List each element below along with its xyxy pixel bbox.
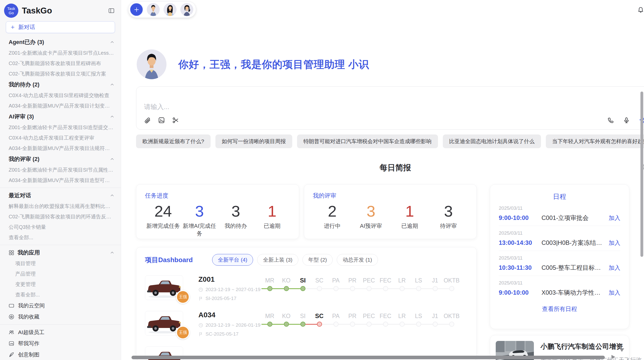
stat-label: 新增完成任务 (145, 222, 181, 230)
dashboard-tab[interactable]: 全新平台 (4) (212, 254, 253, 266)
sidebar-task-item[interactable]: C0X4-动力总成开发项目工程变更评审 (0, 133, 121, 143)
milestone-node[interactable] (383, 322, 388, 327)
suggestion-chip[interactable]: 当下年轻人对汽车外观有怎样的喜好趋势 (546, 134, 644, 148)
sidebar-recent-header[interactable]: 最近对话 (0, 190, 121, 201)
sidebar-my-apps-header[interactable]: 我的应用 (0, 247, 121, 258)
milestone-node[interactable] (433, 286, 438, 291)
milestone-node[interactable] (400, 322, 405, 327)
sidebar-tool-item[interactable]: AI超级员工 (0, 327, 121, 338)
view-all-schedule-link[interactable]: 查看所有日程 (499, 305, 620, 313)
milestone-node[interactable] (449, 286, 454, 291)
assistant-avatar-3[interactable] (180, 3, 194, 16)
sidebar-task-item[interactable]: C0X4-动力总成开发项目SI里程碑提交物检查 (0, 90, 121, 101)
sidebar-item-cloud[interactable]: 我的云空间 (0, 300, 121, 311)
milestone-segment (328, 288, 333, 289)
sidebar-task-item[interactable]: A034-全新新能源MUV产品开发项目法规符合性评审 (0, 143, 121, 154)
project-dates: 2023-12-19 ~ 2027-01-19 (198, 287, 261, 292)
horizontal-scrollbar-thumb[interactable] (131, 356, 605, 359)
collapse-sidebar-icon[interactable] (108, 7, 115, 14)
sidebar-tool-item[interactable]: 帮我写作 (0, 338, 121, 349)
event-row: 9:00-10:00C001-立项审批会加入 (499, 214, 620, 222)
milestone-node[interactable] (267, 286, 272, 291)
sidebar-task-item[interactable]: Z001-全新燃油轻卡产品开发项目SI造型提交物评审 (0, 122, 121, 133)
app-item[interactable]: 查看全部... (0, 290, 121, 300)
microphone-icon[interactable] (623, 117, 630, 124)
suggestion-chip[interactable]: 比亚迪全固态电池计划具体说了什么 (443, 134, 541, 148)
dashboard-tab[interactable]: 全新上装 (3) (257, 254, 298, 266)
milestone-node-row (427, 286, 443, 292)
milestone-node[interactable] (350, 322, 355, 327)
new-chat-button[interactable]: 新对话 (6, 21, 115, 33)
milestone-node[interactable] (333, 322, 339, 327)
suggestion-chip[interactable]: 特朗普可能对进口汽车增税会对中国车企造成哪些影响 (297, 134, 438, 148)
recent-chat-item[interactable]: 查看全部... (0, 232, 121, 243)
milestone-node[interactable] (350, 286, 355, 291)
event-date: 2025/03/11 (499, 205, 620, 211)
sidebar-section-header-3[interactable]: 我的评审 (2) (0, 154, 121, 165)
milestone-node[interactable] (284, 322, 289, 327)
recent-chat-item[interactable]: C02-飞腾新能源轻客改款项目的闭环通告反馈情况 (0, 212, 121, 222)
suggestion-chip[interactable]: 如何写一份清晰的项目周报 (215, 134, 292, 148)
notifications-bell-icon[interactable] (637, 6, 644, 13)
sidebar-task-item[interactable]: Z001-全新燃油轻卡产品开发项目SI节点属性5D文件评审 (0, 165, 121, 175)
scroll-down-arrow[interactable] (620, 348, 624, 352)
app-item[interactable]: 变更管理 (0, 279, 121, 290)
recent-chat-item[interactable]: 解释最新出台的欧盟报废车法规再生塑料比例被调至15%... (0, 201, 121, 212)
dashboard-tab[interactable]: 动总开发 (1) (337, 254, 378, 266)
milestone-node[interactable] (367, 286, 372, 291)
milestone-segment (427, 324, 433, 325)
assistant-avatar-1[interactable] (147, 3, 160, 16)
assistant-avatar-2[interactable] (163, 3, 177, 16)
milestone-label: FEC (377, 312, 394, 321)
milestone-node[interactable] (284, 286, 289, 291)
sidebar-task-item[interactable]: Z001-全新燃油皮卡产品开发项目SI节点Lesson Learn报告 (0, 48, 121, 58)
event-join-link[interactable]: 加入 (609, 214, 620, 222)
milestone-node[interactable] (433, 322, 438, 327)
sidebar-tool-item[interactable]: 创意制图 (0, 349, 121, 360)
chevron-up-icon (110, 193, 115, 198)
milestone-node[interactable] (300, 322, 305, 327)
milestone-node-row (410, 321, 427, 327)
sidebar-task-item[interactable]: A034-全新新能源MUV产品开发项目造型可行性评审 (0, 175, 121, 186)
milestone-node[interactable] (317, 286, 322, 291)
milestone-node[interactable] (300, 286, 305, 291)
milestone-node[interactable] (333, 286, 339, 291)
milestone-node[interactable] (317, 322, 322, 327)
flag-icon (198, 332, 203, 337)
sidebar-task-item[interactable]: A034-全新新能源MUV产品开发项目计划变更表编写 (0, 101, 121, 111)
milestone-node[interactable] (383, 286, 388, 291)
screenshot-scissors-icon[interactable] (172, 117, 179, 124)
dashboard-tab[interactable]: 年型 (2) (302, 254, 333, 266)
milestone-node-row (278, 321, 295, 327)
milestone-node[interactable] (416, 322, 421, 327)
event-join-link[interactable]: 加入 (609, 289, 620, 297)
attachment-icon[interactable] (144, 117, 151, 124)
milestone-node[interactable] (416, 286, 421, 291)
milestone-node[interactable] (367, 322, 372, 327)
image-upload-icon[interactable] (158, 117, 165, 124)
vertical-scrollbar-thumb[interactable] (640, 92, 643, 257)
milestone-node[interactable] (267, 322, 272, 327)
voice-call-icon[interactable] (607, 117, 614, 124)
sidebar-section-header-2[interactable]: AI评审 (3) (0, 111, 121, 122)
suggestion-chip[interactable]: 欧洲新规最近颁布了什么? (136, 134, 211, 148)
stat-item: 3AI预评审 (352, 202, 390, 230)
recent-chat-item[interactable]: 公司Q3轻卡销量 (0, 222, 121, 232)
milestone: OKTB (443, 276, 460, 301)
sidebar-task-item[interactable]: C02-飞腾新能源轻客改款项目立项汇报方案 (0, 69, 121, 79)
milestone-node-row (278, 286, 295, 292)
scroll-right-arrow[interactable] (611, 355, 615, 359)
milestone-label: MR (261, 312, 278, 321)
add-assistant-button[interactable] (130, 3, 143, 16)
sidebar-item-star[interactable]: 我的收藏 (0, 311, 121, 322)
milestone-node[interactable] (449, 322, 454, 327)
event-join-link[interactable]: 加入 (609, 239, 620, 247)
sidebar-section-header-0[interactable]: Agent已办 (3) (0, 37, 121, 48)
event-join-link[interactable]: 加入 (609, 264, 620, 272)
app-item[interactable]: 项目管理 (0, 258, 121, 269)
sidebar-section-header-1[interactable]: 我的待办 (2) (0, 79, 121, 90)
sidebar-task-item[interactable]: C02-飞腾新能源轻客改款项目里程碑画布 (0, 58, 121, 69)
message-composer[interactable]: 请输入... (136, 86, 644, 130)
app-item[interactable]: 产品管理 (0, 269, 121, 279)
milestone-node[interactable] (400, 286, 405, 291)
